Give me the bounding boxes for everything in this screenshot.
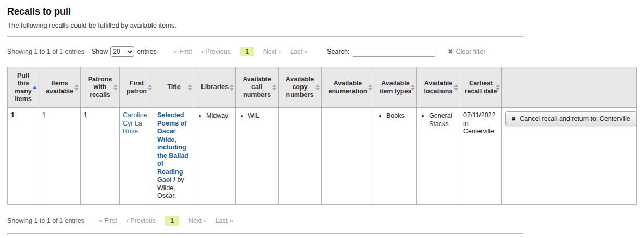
column-label: Patrons with recalls	[88, 76, 112, 98]
pagination-first-button[interactable]: « First	[99, 217, 117, 224]
sort-both-icon	[74, 84, 79, 91]
sort-both-icon	[230, 84, 234, 91]
sort-both-icon	[272, 84, 276, 91]
column-label: Available item types	[380, 80, 412, 95]
pagination-next-label: Next	[188, 217, 202, 224]
library-item: Midway	[206, 111, 232, 120]
libraries-cell: Midway	[194, 108, 236, 205]
search-input[interactable]	[353, 47, 435, 57]
column-header-earliest-recall-date[interactable]: Earliest recall date	[460, 67, 502, 108]
sort-both-icon	[496, 84, 500, 91]
column-label: Available call numbers	[243, 76, 271, 98]
sort-both-icon	[148, 84, 152, 91]
chevron-left-icon: ‹	[127, 217, 129, 224]
column-label: Pull this many items	[15, 72, 32, 103]
sort-both-icon	[411, 84, 415, 91]
patrons-with-recalls-cell: 1	[81, 108, 120, 205]
column-header-libraries[interactable]: Libraries	[194, 67, 236, 108]
available-item-types-cell: Books	[374, 108, 417, 205]
page-size-control: Show 20 entries	[92, 46, 157, 57]
pagination-current-page[interactable]: 1	[165, 216, 179, 226]
available-enumeration-cell	[322, 108, 374, 205]
column-header-first-patron[interactable]: First patron	[120, 67, 154, 108]
pagination-next-button[interactable]: Next ›	[188, 217, 206, 224]
cancel-recall-button[interactable]: ✖ Cancel recall and return to: Centervil…	[505, 111, 637, 126]
showing-entries-text-bottom: Showing 1 to 1 of 1 entries	[7, 217, 84, 224]
sort-both-icon	[368, 84, 372, 91]
pagination-last-label: Last	[290, 48, 302, 55]
column-label: First patron	[127, 80, 147, 95]
title-cell: Selected Poems of Oscar Wilde, including…	[154, 108, 194, 205]
double-chevron-left-icon: «	[174, 48, 178, 55]
showing-entries-text: Showing 1 to 1 of 1 entries	[7, 48, 84, 55]
pagination-last-label: Last	[215, 217, 228, 224]
column-header-available-locations[interactable]: Available locations	[417, 67, 460, 108]
column-header-available-enumeration[interactable]: Available enumeration	[322, 67, 374, 108]
pagination-bottom: « First ‹ Previous 1 Next › Last »	[99, 216, 233, 226]
pagination-first-label: First	[179, 48, 192, 55]
pagination-previous-label: Previous	[205, 48, 231, 55]
column-label: Available copy numbers	[286, 76, 314, 98]
pagination-last-button[interactable]: Last »	[215, 217, 233, 224]
sort-ascending-icon	[33, 86, 37, 89]
cancel-recall-label: Cancel recall and return to: Centerville	[520, 115, 630, 122]
column-label: Libraries	[201, 83, 229, 91]
double-chevron-right-icon: »	[230, 217, 233, 224]
top-divider	[7, 36, 523, 37]
pagination-first-button[interactable]: « First	[174, 48, 192, 55]
page-size-select[interactable]: 20	[110, 46, 134, 57]
column-header-title[interactable]: Title	[154, 67, 194, 108]
column-label: Items available	[46, 80, 73, 95]
show-label: Show	[92, 48, 108, 55]
available-locations-cell: General Stacks	[417, 108, 460, 205]
double-chevron-left-icon: «	[99, 217, 103, 224]
column-header-actions	[502, 67, 637, 108]
pagination-previous-label: Previous	[130, 217, 156, 224]
table-row: 1 1 1 Caroline Cyr La Rose Selected Poem…	[8, 108, 637, 205]
double-chevron-right-icon: »	[304, 48, 308, 55]
chevron-right-icon: ›	[279, 48, 281, 55]
pagination-previous-button[interactable]: ‹ Previous	[127, 217, 156, 224]
search-label: Search:	[327, 48, 349, 55]
column-header-patrons-with-recalls[interactable]: Patrons with recalls	[81, 67, 120, 108]
page-title: Recalls to pull	[7, 6, 644, 17]
table-footer-controls: Showing 1 to 1 of 1 entries « First ‹ Pr…	[7, 216, 644, 226]
entries-label: entries	[137, 48, 157, 55]
items-available-cell: 1	[39, 108, 81, 205]
patron-link[interactable]: Caroline Cyr La Rose	[123, 111, 147, 135]
column-header-available-call-numbers[interactable]: Available call numbers	[236, 67, 279, 108]
column-label: Available enumeration	[328, 80, 367, 95]
column-label: Earliest recall date	[465, 80, 497, 95]
sort-both-icon	[113, 84, 118, 91]
column-header-available-copy-numbers[interactable]: Available copy numbers	[279, 67, 322, 108]
sort-both-icon	[454, 84, 458, 91]
chevron-right-icon: ›	[204, 217, 206, 224]
pagination-current-page[interactable]: 1	[240, 47, 254, 56]
header-row: Pull this many items Items available Pat…	[8, 67, 637, 108]
clear-filter-label: Clear filter	[456, 48, 485, 55]
pagination-next-label: Next	[263, 48, 277, 55]
chevron-left-icon: ‹	[201, 48, 204, 55]
available-call-numbers-cell: WIL	[236, 108, 279, 205]
column-header-items-available[interactable]: Items available	[39, 67, 81, 108]
column-header-pull-this-many-items[interactable]: Pull this many items	[8, 67, 39, 108]
sort-both-icon	[315, 84, 320, 91]
pagination-previous-button[interactable]: ‹ Previous	[201, 48, 231, 55]
table-controls: Showing 1 to 1 of 1 entries Show 20 entr…	[7, 46, 644, 57]
item-type-item: Books	[386, 111, 413, 120]
title-link[interactable]: Selected Poems of Oscar Wilde, including…	[157, 111, 188, 183]
pagination-top: « First ‹ Previous 1 Next › Last »	[174, 47, 308, 56]
recalls-to-pull-page: Recalls to pull The following recalls co…	[0, 0, 644, 234]
pagination-last-button[interactable]: Last »	[290, 48, 308, 55]
actions-cell: ✖ Cancel recall and return to: Centervil…	[502, 108, 637, 205]
column-header-available-item-types[interactable]: Available item types	[374, 67, 417, 108]
available-copy-numbers-cell	[279, 108, 322, 205]
cancel-x-icon: ✖	[511, 116, 516, 122]
page-subtitle: The following recalls could be fulfilled…	[7, 21, 644, 29]
pull-count-cell: 1	[8, 108, 39, 205]
first-patron-cell: Caroline Cyr La Rose	[120, 108, 154, 205]
pagination-next-button[interactable]: Next ›	[263, 48, 281, 55]
column-label: Available locations	[424, 80, 453, 95]
clear-filter-button[interactable]: ✖ Clear filter	[448, 48, 485, 55]
search-control: Search:	[327, 47, 435, 57]
